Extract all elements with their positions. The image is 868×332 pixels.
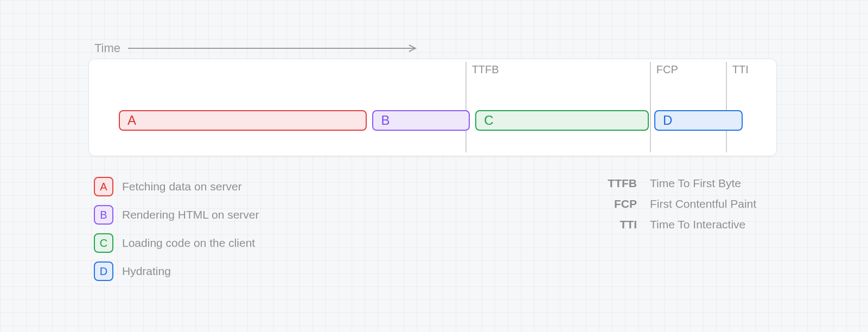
phase-bar-a: A [119,110,367,131]
marker-abbr: TTFB [604,177,637,190]
marker-label-fcp: FCP [656,63,678,76]
arrow-right-icon [128,44,421,52]
marker-legend-row-ttfb: TTFBTime To First Byte [604,177,756,190]
time-axis-label: Time [94,41,120,55]
legend-label: Hydrating [122,265,171,278]
marker-abbr: FCP [604,197,637,210]
timeline-panel: TTFBFCPTTI ABCD [88,59,777,156]
phase-bar-c: C [475,110,648,131]
phase-bar-d: D [654,110,743,131]
marker-definition: Time To Interactive [650,218,745,231]
time-axis: Time [94,41,421,55]
marker-definition: Time To First Byte [650,177,741,190]
phase-bar-label: B [381,113,390,128]
phase-bar-label: D [663,113,672,128]
phase-bar-label: A [127,113,136,128]
legend-label: Rendering HTML on server [122,208,259,221]
legend-row-b: BRendering HTML on server [94,205,259,225]
marker-legend-row-fcp: FCPFirst Contentful Paint [604,197,756,210]
legend-swatch-d: D [94,261,113,281]
legend-row-a: AFetching data on server [94,177,259,196]
legend-row-d: DHydrating [94,261,259,281]
phase-bar-b: B [372,110,469,131]
marker-legend-row-tti: TTITime To Interactive [604,218,756,231]
phase-bar-label: C [484,113,493,128]
legend-swatch-b: B [94,205,113,225]
marker-label-ttfb: TTFB [472,63,499,76]
marker-abbr: TTI [604,218,637,231]
marker-fcp [650,62,651,152]
marker-ttfb [465,62,467,152]
legend-swatch-c: C [94,233,113,253]
marker-tti [726,62,727,152]
legend-swatch-a: A [94,177,113,196]
marker-label-tti: TTI [732,63,749,76]
marker-legend: TTFBTime To First ByteFCPFirst Contentfu… [604,177,756,239]
legend-row-c: CLoading code on the client [94,233,259,253]
phase-legend: AFetching data on serverBRendering HTML … [94,177,259,290]
legend-label: Fetching data on server [122,180,242,193]
legend-label: Loading code on the client [122,237,255,250]
marker-definition: First Contentful Paint [650,197,756,210]
